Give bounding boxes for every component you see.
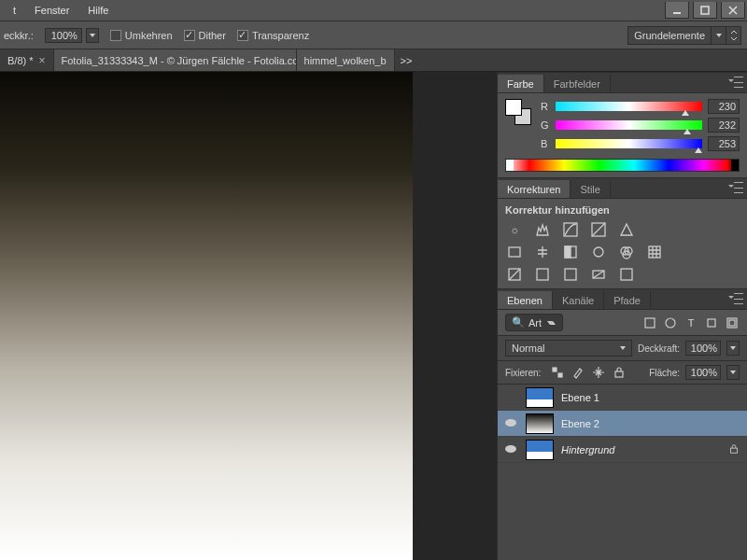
- svg-rect-1: [701, 7, 709, 14]
- g-label: G: [541, 119, 550, 131]
- svg-rect-21: [708, 319, 715, 327]
- transparency-option[interactable]: Transparenz: [237, 30, 309, 41]
- chevron-down-icon[interactable]: [711, 27, 726, 44]
- blend-mode-label: Normal: [512, 343, 544, 354]
- g-value[interactable]: 232: [708, 118, 740, 133]
- document-tab-1-label: B/8) *: [7, 55, 34, 66]
- opacity-dropdown-arrow[interactable]: [86, 28, 99, 43]
- tab-styles[interactable]: Stile: [571, 180, 610, 198]
- filter-shape-icon[interactable]: [704, 315, 719, 330]
- photo-filter-icon[interactable]: [589, 244, 608, 260]
- dither-option[interactable]: Dither: [184, 30, 226, 41]
- foreground-color-swatch[interactable]: [505, 99, 522, 116]
- visibility-toggle[interactable]: [503, 416, 518, 431]
- menu-item-cut[interactable]: t: [4, 1, 25, 20]
- document-tab-3[interactable]: himmel_wolken_b: [297, 49, 395, 71]
- gradient-map-icon[interactable]: [589, 266, 608, 283]
- window-close-button[interactable]: [721, 2, 745, 19]
- opacity-label: Deckkraft:: [638, 343, 680, 354]
- visibility-toggle[interactable]: [503, 442, 518, 457]
- lock-all-icon[interactable]: [612, 365, 627, 380]
- menu-help[interactable]: Hilfe: [78, 1, 118, 20]
- selective-color-icon[interactable]: [617, 266, 636, 283]
- lock-pixels-icon[interactable]: [571, 365, 585, 380]
- tab-channels[interactable]: Kanäle: [553, 291, 604, 309]
- brightness-icon[interactable]: ☼: [505, 221, 524, 238]
- layer-thumbnail[interactable]: [526, 440, 554, 460]
- tab-color[interactable]: Farbe: [498, 75, 544, 92]
- lock-icon: [728, 443, 741, 456]
- panel-menu-icon[interactable]: [730, 182, 743, 193]
- curves-icon[interactable]: [561, 221, 580, 238]
- filter-pixel-icon[interactable]: [642, 315, 657, 330]
- layer-row[interactable]: Hintergrund: [498, 437, 747, 463]
- transparency-checkbox[interactable]: [237, 30, 248, 41]
- reverse-option[interactable]: Umkehren: [110, 30, 173, 41]
- g-slider[interactable]: [556, 120, 702, 130]
- invert-icon[interactable]: [505, 266, 524, 283]
- svg-rect-24: [553, 368, 557, 371]
- window-minimize-button[interactable]: [665, 2, 689, 19]
- r-value[interactable]: 230: [708, 99, 740, 114]
- svg-rect-6: [509, 247, 520, 257]
- document-tab-1[interactable]: B/8) * ×: [0, 49, 54, 71]
- tab-paths[interactable]: Pfade: [604, 291, 651, 309]
- window-maximize-button[interactable]: [693, 2, 717, 19]
- document-tab-2[interactable]: Fotolia_31333343_M - © Jürgen Fälchle - …: [54, 49, 297, 71]
- canvas-gradient: [0, 72, 413, 560]
- layer-name[interactable]: Ebene 1: [561, 392, 741, 403]
- layer-opacity-field[interactable]: 100%: [685, 341, 721, 356]
- panel-menu-icon[interactable]: [730, 77, 743, 88]
- lock-position-icon[interactable]: [591, 365, 606, 380]
- tab-layers[interactable]: Ebenen: [498, 291, 553, 309]
- svg-rect-13: [649, 246, 660, 258]
- menu-window[interactable]: Fenster: [25, 1, 78, 20]
- close-icon[interactable]: ×: [39, 54, 46, 67]
- panel-menu-icon[interactable]: [730, 293, 743, 304]
- svg-rect-31: [731, 448, 738, 453]
- transparency-label: Transparenz: [252, 30, 309, 41]
- layer-row[interactable]: Ebene 1: [498, 385, 747, 411]
- filter-type-icon[interactable]: T: [684, 315, 698, 330]
- color-ramp[interactable]: [505, 159, 740, 172]
- b-value[interactable]: 253: [708, 136, 740, 151]
- fill-opacity-arrow[interactable]: [726, 365, 740, 380]
- layer-thumbnail[interactable]: [526, 387, 554, 408]
- fill-opacity-field[interactable]: 100%: [685, 365, 721, 380]
- workspace-preset-dropdown[interactable]: Grundelemente: [627, 26, 741, 45]
- layer-opacity-arrow[interactable]: [726, 341, 740, 356]
- opacity-field[interactable]: 100%: [45, 28, 82, 43]
- bw-icon[interactable]: [561, 244, 580, 260]
- lock-transparent-icon[interactable]: [550, 365, 565, 380]
- filter-adjustment-icon[interactable]: [663, 315, 678, 330]
- posterize-icon[interactable]: [533, 266, 552, 283]
- color-balance-icon[interactable]: [533, 244, 552, 260]
- channel-mixer-icon[interactable]: [617, 244, 636, 260]
- b-slider[interactable]: [556, 139, 702, 148]
- tab-swatches[interactable]: Farbfelder: [544, 75, 611, 92]
- levels-icon[interactable]: [533, 221, 552, 238]
- hue-sat-icon[interactable]: [505, 244, 524, 260]
- blend-mode-dropdown[interactable]: Normal: [505, 340, 632, 357]
- reverse-checkbox[interactable]: [110, 30, 121, 41]
- threshold-icon[interactable]: [561, 266, 580, 283]
- layer-name[interactable]: Hintergrund: [561, 444, 721, 455]
- tab-adjustments[interactable]: Korrekturen: [498, 180, 571, 198]
- r-slider[interactable]: [556, 102, 702, 111]
- dither-checkbox[interactable]: [184, 30, 195, 41]
- tab-overflow-button[interactable]: >>: [395, 49, 418, 71]
- exposure-icon[interactable]: [589, 221, 608, 238]
- vibrance-icon[interactable]: [617, 221, 636, 238]
- layer-thumbnail[interactable]: [526, 413, 554, 434]
- layer-name[interactable]: Ebene 2: [561, 418, 741, 429]
- document-tab-2-label: Fotolia_31333343_M - © Jürgen Fälchle - …: [62, 55, 297, 66]
- fg-bg-color-swatch[interactable]: [505, 99, 531, 125]
- canvas-area[interactable]: [0, 72, 497, 560]
- double-chevron-icon[interactable]: [726, 27, 740, 44]
- lookup-icon[interactable]: [645, 244, 664, 260]
- svg-rect-23: [729, 320, 735, 326]
- svg-rect-18: [621, 269, 632, 280]
- layer-filter-kind-dropdown[interactable]: 🔍 Art: [505, 314, 563, 331]
- filter-smart-icon[interactable]: [725, 315, 740, 330]
- layer-row[interactable]: Ebene 2: [498, 411, 747, 437]
